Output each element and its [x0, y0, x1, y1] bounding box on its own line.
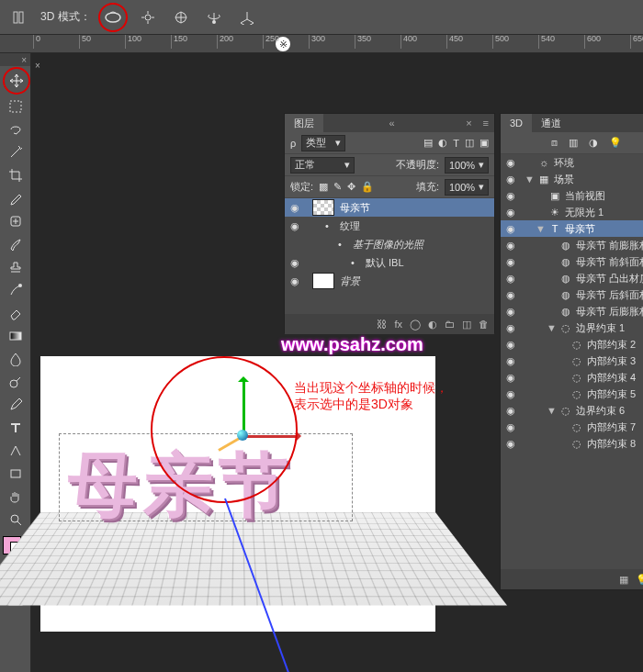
- 3d-tree-row[interactable]: ◉◍母亲节 后斜面材质: [501, 286, 643, 303]
- 3d-tree-row[interactable]: ◉◌内部约束 8: [501, 435, 643, 452]
- twisty-icon[interactable]: ▼: [536, 223, 545, 234]
- path-tool[interactable]: [3, 440, 28, 462]
- rect-tool[interactable]: [3, 463, 28, 485]
- blur-tool[interactable]: [3, 348, 28, 370]
- panel-menu-icon[interactable]: ≡: [478, 118, 494, 129]
- twisty-icon[interactable]: ▼: [547, 405, 556, 416]
- visibility-icon[interactable]: ◉: [504, 421, 517, 433]
- dodge-tool[interactable]: [3, 371, 28, 393]
- 3d-tree-row[interactable]: ◉◌内部约束 3: [501, 353, 643, 369]
- layer-row[interactable]: ◉母亲节: [285, 198, 494, 217]
- visibility-icon[interactable]: ◉: [504, 207, 517, 218]
- 3d-tree-row[interactable]: ◉▼▦场景: [501, 171, 643, 187]
- wand-tool[interactable]: [3, 141, 28, 163]
- hand-tool[interactable]: [3, 486, 28, 508]
- 3d-tree-row[interactable]: ◉◌内部约束 4: [501, 369, 643, 386]
- new-light-icon[interactable]: 💡: [636, 574, 643, 586]
- rotate-3d-icon[interactable]: [201, 5, 227, 30]
- visibility-icon[interactable]: ◉: [504, 273, 517, 285]
- visibility-icon[interactable]: ◉: [504, 289, 517, 301]
- layers-tab[interactable]: 图层: [285, 114, 323, 132]
- visibility-icon[interactable]: ◉: [504, 190, 517, 202]
- panel-toggle-icon[interactable]: [7, 5, 33, 30]
- visibility-icon[interactable]: ◉: [504, 322, 517, 334]
- lock-pos-icon[interactable]: ✥: [347, 181, 355, 193]
- visibility-icon[interactable]: ◉: [504, 223, 517, 235]
- layer-row[interactable]: •基于图像的光照: [285, 235, 494, 253]
- scale-3d-icon[interactable]: [234, 5, 260, 30]
- visibility-icon[interactable]: ◉: [504, 174, 517, 185]
- filter-material-icon[interactable]: ◑: [589, 137, 598, 149]
- zoom-tool[interactable]: [3, 509, 28, 531]
- twisty-icon[interactable]: ▼: [525, 174, 534, 185]
- link-icon[interactable]: ⛓: [377, 319, 387, 330]
- filter-mesh-icon[interactable]: ▥: [569, 137, 578, 149]
- fill-input[interactable]: 100%▾: [445, 179, 489, 196]
- filter-type-select[interactable]: 类型▾: [301, 135, 345, 151]
- 3d-tree-row[interactable]: ◉▼◌边界约束 1: [501, 319, 643, 336]
- orbit-icon[interactable]: [98, 3, 128, 32]
- channels-tab[interactable]: 通道: [532, 114, 570, 132]
- visibility-icon[interactable]: ◉: [288, 257, 301, 269]
- pen-tool[interactable]: [3, 394, 28, 416]
- pan-icon[interactable]: [135, 5, 161, 30]
- visibility-icon[interactable]: ◉: [504, 339, 517, 351]
- visibility-icon[interactable]: ◉: [288, 275, 301, 287]
- visibility-icon[interactable]: ◉: [288, 220, 301, 232]
- lock-pixel-icon[interactable]: ✎: [333, 181, 342, 193]
- twisty-icon[interactable]: ▼: [547, 322, 556, 333]
- new-layer-icon[interactable]: ◫: [462, 319, 471, 330]
- move-tool[interactable]: [3, 67, 30, 95]
- 3d-tree-row[interactable]: ◉◍母亲节 前斜面材质: [501, 253, 643, 270]
- mask-icon[interactable]: ◯: [410, 319, 421, 330]
- group-icon[interactable]: 🗀: [445, 319, 455, 330]
- 3d-tree-row[interactable]: ◉◌内部约束 2: [501, 336, 643, 353]
- 3d-tree-row[interactable]: ◉▼◌边界约束 6: [501, 402, 643, 419]
- stamp-tool[interactable]: [3, 256, 28, 278]
- 3d-tree-row[interactable]: ◉▼T母亲节: [501, 220, 643, 237]
- history-tool[interactable]: [3, 279, 28, 301]
- visibility-icon[interactable]: ◉: [288, 202, 301, 214]
- eraser-tool[interactable]: [3, 302, 28, 324]
- visibility-icon[interactable]: ◉: [504, 438, 517, 450]
- 3d-tree-row[interactable]: ◉◌内部约束 7: [501, 419, 643, 435]
- 3d-tree-row[interactable]: ◉◍母亲节 后膨胀材质: [501, 303, 643, 319]
- 3d-tree-row[interactable]: ◉◍母亲节 前膨胀材质: [501, 237, 643, 253]
- filter-image-icon[interactable]: ▤: [423, 137, 433, 149]
- panel-collapse-icon[interactable]: «: [384, 118, 400, 129]
- 3d-tab[interactable]: 3D: [501, 114, 532, 132]
- filter-adjust-icon[interactable]: ◐: [438, 137, 447, 149]
- eyedrop-tool[interactable]: [3, 187, 28, 209]
- panel-close-icon[interactable]: ×: [460, 118, 477, 129]
- filter-scene-icon[interactable]: ⧈: [551, 137, 558, 149]
- lock-all-icon[interactable]: 🔒: [361, 181, 374, 193]
- fx-icon[interactable]: fx: [394, 319, 402, 330]
- gradient-tool[interactable]: [3, 325, 28, 347]
- tools-collapse[interactable]: ×: [21, 55, 27, 65]
- brush-tool[interactable]: [3, 233, 28, 255]
- visibility-icon[interactable]: ◉: [504, 306, 517, 318]
- filter-shape-icon[interactable]: ◫: [465, 137, 474, 149]
- blend-mode-select[interactable]: 正常▾: [290, 157, 355, 174]
- filter-smart-icon[interactable]: ▣: [479, 137, 489, 149]
- move-3d-icon[interactable]: [168, 5, 194, 30]
- opacity-input[interactable]: 100%▾: [445, 157, 489, 174]
- layer-row[interactable]: ◉•纹理: [285, 217, 494, 235]
- lock-trans-icon[interactable]: ▩: [319, 181, 328, 193]
- 3d-tree-row[interactable]: ◉◍母亲节 凸出材质: [501, 270, 643, 286]
- document-tab[interactable]: ×: [35, 57, 40, 73]
- crop-tool[interactable]: [3, 164, 28, 186]
- visibility-icon[interactable]: ◉: [504, 355, 517, 367]
- layer-row[interactable]: ◉•默认 IBL: [285, 253, 494, 272]
- 3d-tree-row[interactable]: ◉◌内部约束 5: [501, 386, 643, 402]
- type-tool[interactable]: [3, 417, 28, 439]
- visibility-icon[interactable]: ◉: [504, 240, 517, 252]
- render-icon[interactable]: ▦: [619, 574, 628, 586]
- lasso-tool[interactable]: [3, 118, 28, 140]
- visibility-icon[interactable]: ◉: [504, 157, 517, 169]
- 3d-tree-row[interactable]: ◉☼环境: [501, 154, 643, 171]
- filter-type-icon[interactable]: T: [453, 138, 459, 149]
- trash-icon[interactable]: 🗑: [479, 319, 489, 330]
- visibility-icon[interactable]: ◉: [504, 405, 517, 417]
- adjust-icon[interactable]: ◐: [428, 319, 437, 330]
